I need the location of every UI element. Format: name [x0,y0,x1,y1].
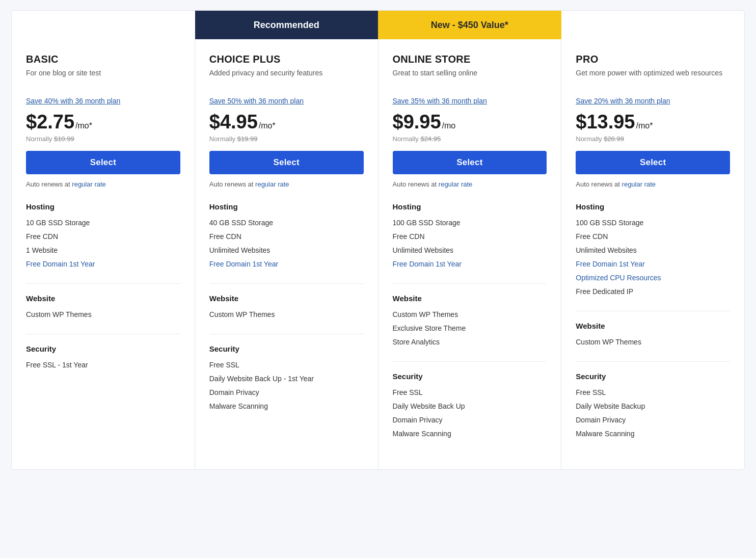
badge-recommended: Recommended [195,11,379,39]
price-row: $13.95 /mo* [576,111,730,133]
auto-renew: Auto renews at regular rate [209,180,364,188]
recommended-label: Recommended [254,20,319,31]
price-main: $4.95 [209,111,258,133]
hosting-feature: Unlimited Websites [576,244,730,257]
regular-rate-link[interactable]: regular rate [72,180,105,188]
security-feature: Free SSL [393,386,547,400]
plan-description: Great to start selling online [393,68,547,89]
price-main: $9.95 [393,111,441,133]
select-button[interactable]: Select [209,151,364,174]
hosting-section: Hosting 40 GB SSD StorageFree CDNUnlimit… [209,202,364,271]
select-button[interactable]: Select [576,151,730,174]
price-main: $13.95 [576,111,635,133]
price-row: $9.95 /mo [393,111,547,133]
hosting-label: Hosting [393,202,547,211]
plan-description: Get more power with optimized web resour… [576,68,730,89]
security-feature: Daily Website Back Up - 1st Year [209,372,364,386]
hosting-label: Hosting [576,202,730,211]
auto-renew: Auto renews at regular rate [26,180,180,188]
security-label: Security [209,344,364,353]
hosting-feature: Free Domain 1st Year [26,257,180,271]
hosting-feature: Unlimited Websites [393,244,547,257]
badge-new: New - $450 Value* [378,11,561,39]
plan-description: Added privacy and security features [209,68,364,89]
plans-row: BASIC For one blog or site test Save 40%… [12,39,744,469]
price-normally: Normally $28.99 [576,135,730,143]
save-link[interactable]: Save 35% with 36 month plan [393,97,547,105]
security-feature: Free SSL [209,358,364,372]
new-label: New - $450 Value* [431,20,508,31]
price-period: /mo [442,121,456,130]
security-feature: Malware Scanning [576,427,730,441]
price-row: $2.75 /mo* [26,111,180,133]
security-section: Security Free SSL - 1st Year [26,344,180,372]
hosting-feature: 1 Website [26,244,180,257]
regular-rate-link[interactable]: regular rate [622,180,656,188]
security-feature: Daily Website Backup [576,400,730,413]
price-normally: Normally $10.99 [26,135,180,143]
website-label: Website [576,322,730,330]
divider [209,334,364,334]
plan-name: CHOICE PLUS [209,54,364,65]
website-feature: Custom WP Themes [26,308,180,322]
hosting-feature: Free Domain 1st Year [209,257,364,271]
hosting-feature: Free Domain 1st Year [393,257,547,271]
plan-name: BASIC [26,54,180,65]
security-section: Security Free SSLDaily Website Back UpDo… [393,372,547,441]
plan-choice-plus: CHOICE PLUS Added privacy and security f… [195,39,379,469]
plan-basic: BASIC For one blog or site test Save 40%… [12,39,195,469]
hosting-feature: 10 GB SSD Storage [26,216,180,230]
price-main: $2.75 [26,111,74,133]
price-normally: Normally $24.95 [393,135,547,143]
badge-empty [561,11,745,39]
security-label: Security [26,344,180,353]
select-button[interactable]: Select [393,151,547,174]
security-feature: Domain Privacy [576,413,730,427]
website-feature: Custom WP Themes [576,335,730,349]
hosting-feature: Free Dedicated IP [576,285,730,299]
hosting-feature: Free CDN [393,230,547,244]
security-feature: Daily Website Back Up [393,400,547,413]
price-normally: Normally $19.99 [209,135,364,143]
plan-name: PRO [576,54,730,65]
badges-row: Recommended New - $450 Value* [12,11,744,39]
divider [576,361,730,362]
auto-renew: Auto renews at regular rate [393,180,547,188]
hosting-label: Hosting [209,202,364,211]
hosting-feature: Free CDN [26,230,180,244]
divider [26,283,180,284]
hosting-feature: 100 GB SSD Storage [576,216,730,230]
save-link[interactable]: Save 20% with 36 month plan [576,97,730,105]
security-feature: Free SSL - 1st Year [26,358,180,372]
website-label: Website [393,294,547,303]
security-section: Security Free SSLDaily Website BackupDom… [576,372,730,441]
price-period: /mo* [259,121,276,130]
website-feature: Custom WP Themes [209,308,364,322]
regular-rate-link[interactable]: regular rate [439,180,472,188]
security-label: Security [576,372,730,381]
website-feature: Exclusive Store Theme [393,322,547,335]
divider [576,311,730,311]
price-period: /mo* [636,121,653,130]
save-link[interactable]: Save 40% with 36 month plan [26,97,180,105]
hosting-feature: Free Domain 1st Year [576,257,730,271]
plan-description: For one blog or site test [26,68,180,89]
divider [209,283,364,284]
hosting-feature: Optimized CPU Resources [576,271,730,285]
auto-renew: Auto renews at regular rate [576,180,730,188]
plan-name: ONLINE STORE [393,54,547,65]
save-link[interactable]: Save 50% with 36 month plan [209,97,364,105]
hosting-feature: 40 GB SSD Storage [209,216,364,230]
price-row: $4.95 /mo* [209,111,364,133]
hosting-section: Hosting 10 GB SSD StorageFree CDN1 Websi… [26,202,180,271]
hosting-label: Hosting [26,202,180,211]
select-button[interactable]: Select [26,151,180,174]
security-feature: Domain Privacy [393,413,547,427]
hosting-feature: Unlimited Websites [209,244,364,257]
regular-rate-link[interactable]: regular rate [255,180,289,188]
hosting-feature: Free CDN [209,230,364,244]
security-label: Security [393,372,547,381]
security-feature: Malware Scanning [393,427,547,441]
hosting-feature: Free CDN [576,230,730,244]
website-section: Website Custom WP Themes [576,322,730,349]
